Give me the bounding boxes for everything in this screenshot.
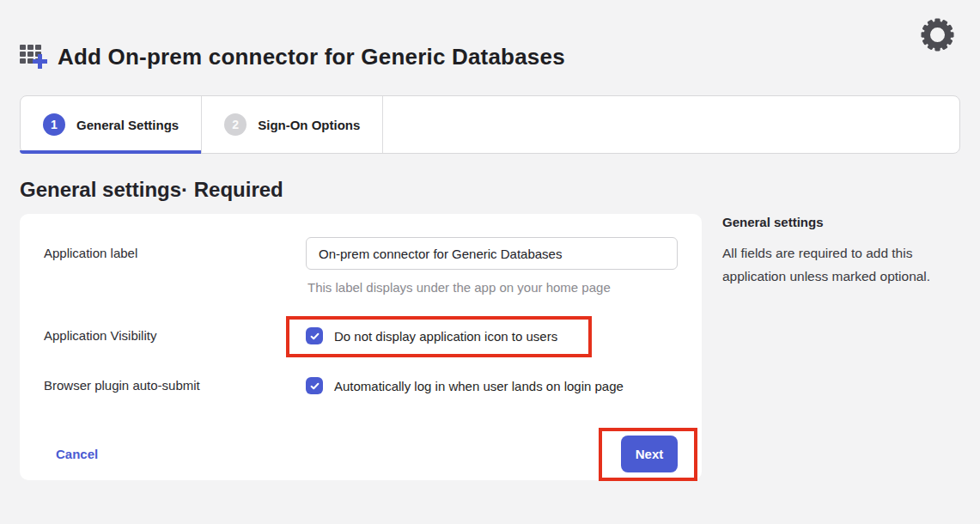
application-visibility-checkbox[interactable]	[306, 327, 323, 344]
application-visibility-checkbox-row: Do not display application icon to users	[306, 327, 678, 344]
browser-plugin-label: Browser plugin auto-submit	[44, 377, 306, 393]
next-button-wrap: Next	[621, 436, 678, 472]
section-heading: General settings· Required	[20, 178, 960, 202]
side-panel-heading: General settings	[722, 215, 960, 229]
page-title: Add On-prem connector for Generic Databa…	[58, 44, 565, 70]
application-label-help-text: This label displays under the app on you…	[307, 280, 678, 295]
side-panel-body: All fields are required to add this appl…	[722, 242, 960, 288]
help-side-panel: General settings All fields are required…	[722, 214, 960, 288]
browser-plugin-checkbox[interactable]	[306, 377, 323, 394]
main-content: Application label This label displays un…	[20, 214, 960, 480]
application-visibility-row: Application Visibility Do not display ap…	[44, 327, 678, 344]
step-number-badge: 2	[224, 113, 247, 136]
tab-general-settings[interactable]: 1 General Settings	[21, 96, 202, 153]
checkmark-icon	[309, 331, 320, 342]
general-settings-form-card: Application label This label displays un…	[20, 214, 702, 480]
gear-icon[interactable]	[921, 18, 954, 52]
tab-label: Sign-On Options	[258, 118, 360, 132]
wizard-tab-bar: 1 General Settings 2 Sign-On Options	[20, 95, 960, 154]
tab-label: General Settings	[76, 118, 179, 132]
application-label-input[interactable]	[306, 237, 678, 270]
browser-plugin-checkbox-row: Automatically log in when user lands on …	[306, 377, 678, 394]
checkmark-icon	[309, 381, 320, 392]
page: Add On-prem connector for Generic Databa…	[0, 0, 980, 480]
step-number-badge: 1	[43, 113, 65, 136]
application-label-row: Application label This label displays un…	[44, 237, 678, 295]
page-header: Add On-prem connector for Generic Databa…	[20, 0, 960, 70]
cancel-button[interactable]: Cancel	[56, 447, 98, 461]
tab-sign-on-options[interactable]: 2 Sign-On Options	[202, 96, 383, 153]
app-grid-plus-icon	[20, 44, 48, 70]
next-button[interactable]: Next	[621, 436, 678, 472]
browser-plugin-row: Browser plugin auto-submit Automatically…	[44, 377, 678, 394]
application-visibility-checkbox-label[interactable]: Do not display application icon to users	[334, 329, 557, 344]
application-label-label: Application label	[44, 237, 306, 260]
application-label-field-group: This label displays under the app on you…	[306, 237, 678, 295]
plus-icon	[33, 59, 47, 64]
form-footer: Cancel Next	[44, 436, 678, 472]
browser-plugin-checkbox-label[interactable]: Automatically log in when user lands on …	[334, 379, 624, 393]
application-visibility-label: Application Visibility	[44, 327, 306, 343]
